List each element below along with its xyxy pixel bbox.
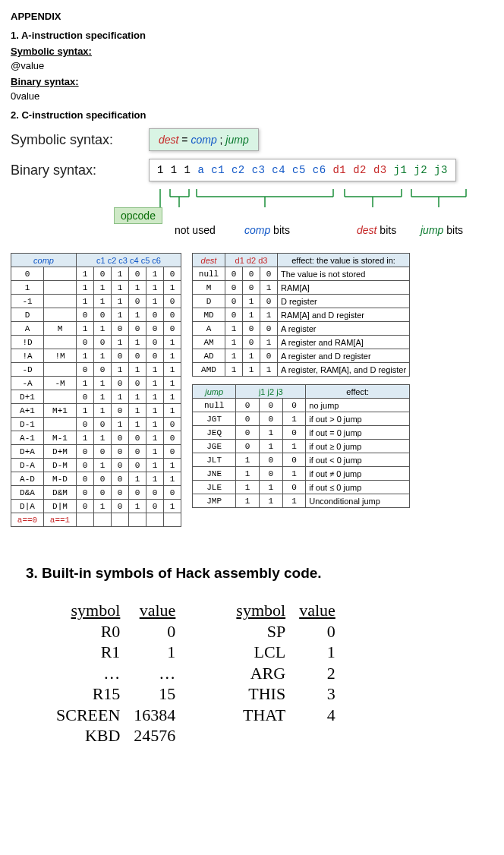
table-row: JLE110if out ≤ 0 jump bbox=[193, 481, 410, 494]
bin-syntax-box: 1 1 1 a c1 c2 c3 c4 c5 c6 d1 d2 d3 j1 j2… bbox=[149, 159, 456, 181]
bin-syntax-label-1: Binary syntax: bbox=[11, 76, 493, 87]
page: APPENDIX 1. A-instruction specification … bbox=[0, 0, 504, 769]
table-row: D+1011111 bbox=[11, 390, 181, 404]
table-row: JNE101if out ≠ 0 jump bbox=[193, 467, 410, 481]
table-row: A100A register bbox=[193, 322, 410, 336]
table-row: D-1001110 bbox=[11, 418, 181, 431]
tables-area: compc1 c2 c3 c4 c5 c601010101111111-1111… bbox=[11, 253, 493, 527]
symbolic-syntax-row: Symbolic syntax: dest = comp ; jump bbox=[11, 128, 493, 151]
sym-syntax-label-1: Symbolic syntax: bbox=[11, 46, 493, 57]
table-row: JGE011if out ≥ 0 jump bbox=[193, 440, 410, 453]
sym-comp: comp bbox=[191, 134, 216, 146]
bin-syntax-body-1: 0value bbox=[11, 90, 493, 102]
dest-bits-label: dest bits bbox=[357, 224, 396, 236]
table-row: AD110A register and D register bbox=[193, 349, 410, 363]
symbol-table-right: symbolSPLCLARGTHISTHAT value01234 bbox=[236, 600, 335, 746]
table-row: A+1M+1110111 bbox=[11, 404, 181, 418]
sec3-heading: 3. Built-in symbols of Hack assembly cod… bbox=[26, 565, 478, 582]
jump-table: jumpj1 j2 j3effect:null000no jumpJGT001i… bbox=[192, 384, 410, 508]
bracket-diagram: opcode not used comp bits dest bits jump… bbox=[117, 189, 493, 250]
table-row: a==0a==1 bbox=[11, 513, 181, 527]
table-row: D&AD&M000000 bbox=[11, 486, 181, 500]
comp-bits-label: comp bits bbox=[244, 224, 290, 236]
appendix-title: APPENDIX bbox=[11, 11, 493, 22]
table-row: !A!M110001 bbox=[11, 349, 181, 363]
sym-dest: dest bbox=[159, 134, 178, 146]
table-row: 1111111 bbox=[11, 281, 181, 295]
table-row: AMD111A register, RAM[A], and D register bbox=[193, 363, 410, 377]
table-row: -1111010 bbox=[11, 295, 181, 308]
table-row: D001100 bbox=[11, 308, 181, 322]
table-row: D+AD+M000010 bbox=[11, 445, 181, 459]
jump-bits-label: jump bits bbox=[421, 224, 463, 236]
table-row: JGT001if out > 0 jump bbox=[193, 412, 410, 426]
sec2-heading: 2. C-instruction specification bbox=[11, 109, 493, 121]
sym-syntax-box: dest = comp ; jump bbox=[149, 128, 259, 151]
table-row: -A-M110011 bbox=[11, 377, 181, 390]
table-row: D-AD-M010011 bbox=[11, 459, 181, 472]
table-row: MD011RAM[A] and D register bbox=[193, 308, 410, 322]
table-row: JLT100if out < 0 jump bbox=[193, 453, 410, 467]
symbol-table-left: symbolR0R1…R15SCREENKBD value01…15163842… bbox=[56, 600, 175, 746]
table-row: A-1M-1110010 bbox=[11, 431, 181, 445]
table-row: !D001101 bbox=[11, 336, 181, 349]
bracket-svg bbox=[117, 189, 504, 224]
table-row: -D001111 bbox=[11, 363, 181, 377]
sec1-heading: 1. A-instruction specification bbox=[11, 30, 493, 41]
table-row: A-DM-D000111 bbox=[11, 472, 181, 486]
sym-jump: jump bbox=[225, 134, 248, 146]
notused-label: not used bbox=[175, 224, 216, 236]
table-row: JMP111Unconditional jump bbox=[193, 494, 410, 508]
table-row: JEQ010if out = 0 jump bbox=[193, 426, 410, 440]
comp-table: compc1 c2 c3 c4 c5 c601010101111111-1111… bbox=[11, 253, 181, 527]
sec3: 3. Built-in symbols of Hack assembly cod… bbox=[11, 565, 493, 746]
table-row: AM101A register and RAM[A] bbox=[193, 336, 410, 349]
table-row: D010D register bbox=[193, 295, 410, 308]
dest-table: destd1 d2 d3effect: the value is stored … bbox=[192, 253, 410, 377]
symbol-tables: symbolR0R1…R15SCREENKBD value01…15163842… bbox=[26, 600, 478, 746]
opcode-label: opcode bbox=[114, 207, 162, 224]
table-row: M001RAM[A] bbox=[193, 281, 410, 295]
table-row: null000no jump bbox=[193, 399, 410, 412]
table-row: D|AD|M010101 bbox=[11, 500, 181, 513]
table-row: AM110000 bbox=[11, 322, 181, 336]
bin-syntax-label-2: Binary syntax: bbox=[11, 162, 138, 178]
sym-syntax-body-1: @value bbox=[11, 60, 493, 71]
table-row: 0101010 bbox=[11, 267, 181, 281]
table-row: null000The value is not stored bbox=[193, 267, 410, 281]
binary-syntax-row: Binary syntax: 1 1 1 a c1 c2 c3 c4 c5 c6… bbox=[11, 159, 493, 181]
sym-syntax-label-2: Symbolic syntax: bbox=[11, 132, 138, 148]
